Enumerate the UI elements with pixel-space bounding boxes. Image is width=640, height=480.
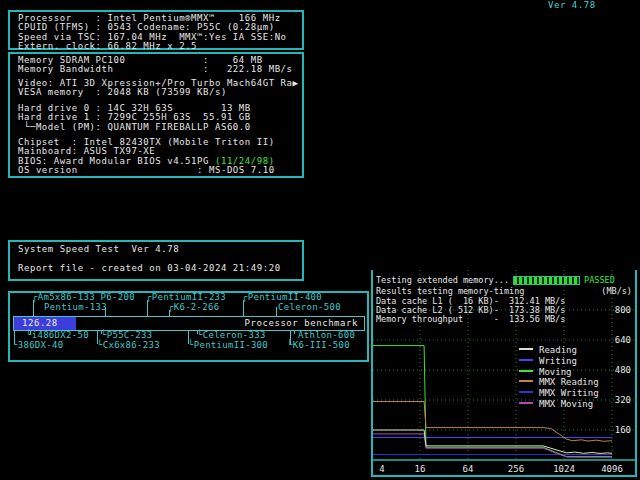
chart-y-tick-label: 800: [615, 305, 631, 315]
status-passed: PASSED: [584, 276, 615, 285]
benchmark-tick: [276, 307, 277, 316]
benchmark-ref-label: ┌K6-2-266: [168, 303, 219, 312]
cpu-info-lines: Processor : Intel Pentium®MMX™ 166 MHzCP…: [18, 14, 287, 52]
cpu-info-line: Extern. clock: 66.82 MHz x 2.5: [18, 42, 287, 51]
memory-chart-box: 1603204806408004166425610244096ReadingWr…: [371, 270, 637, 477]
chart-x-tick-label: 64: [463, 464, 474, 474]
report-subtitle: Report file - created on 03-04-2024 21:4…: [18, 264, 281, 273]
chart-x-tick-label: 4096: [601, 464, 623, 474]
benchmark-caption: Processor benchmark: [245, 319, 358, 328]
info-group: Hard drive 0 : 14C 32H 63S 13 MBHard dri…: [18, 104, 251, 132]
benchmark-tick: [97, 331, 98, 344]
benchmark-ref-label: └K6-III-500: [287, 341, 350, 350]
legend-label-writing: Writing: [539, 356, 577, 366]
info-group: Memory SDRAM PC100 : 64 MBMemory Bandwid…: [18, 56, 293, 75]
chart-x-tick-label: 4: [379, 464, 384, 474]
benchmark-ref-label: ┌PentiumII-233: [146, 293, 226, 302]
units-label: (MB/s): [601, 287, 632, 296]
benchmark-ref-label: └386DX-40: [12, 341, 63, 350]
chart-y-tick-label: 640: [615, 335, 631, 345]
benchmark-tick: [33, 300, 34, 316]
benchmark-ref-label: Celeron-500: [278, 303, 341, 312]
benchmark-tick: [105, 307, 106, 316]
benchmark-ref-label: ┌Am5x86-133 P6-200: [32, 293, 135, 302]
info-group: Chipset : Intel 82430TX (Mobile Triton I…: [18, 138, 275, 176]
benchmark-ref-label: └P55C-233: [101, 331, 152, 340]
memory-test-status: Testing extended memory...: [376, 276, 509, 285]
benchmark-tick: [294, 331, 295, 334]
benchmark-tick: [30, 331, 31, 334]
system-info-box: Memory SDRAM PC100 : 64 MBMemory Bandwid…: [8, 52, 304, 178]
chart-y-tick-label: 320: [615, 395, 631, 405]
benchmark-tick: [169, 310, 170, 316]
report-title: System Speed Test Ver 4.78: [18, 245, 179, 254]
benchmark-ref-label: ┌PentiumII-400: [242, 293, 322, 302]
benchmark-ref-label: Pentium-133: [44, 303, 107, 312]
legend-label-reading: Reading: [539, 345, 577, 355]
chart-x-tick-label: 1024: [553, 464, 575, 474]
benchmark-bar: 126.28 Processor benchmark: [13, 316, 365, 331]
version-label: Ver 4.78: [548, 1, 596, 10]
benchmark-tick: [188, 331, 189, 344]
legend-label-mmx-writing: MMX Writing: [539, 388, 599, 398]
report-box: System Speed Test Ver 4.78 Report file -…: [8, 240, 304, 281]
benchmark-tick: [147, 300, 148, 316]
benchmark-ref-label: └Cx6x86-233: [97, 341, 160, 350]
cpu-info-box: Processor : Intel Pentium®MMX™ 166 MHzCP…: [8, 10, 304, 50]
benchmark-tick: [14, 331, 15, 344]
info-line: Memory Bandwidth : 222.18 MB/s: [18, 65, 293, 74]
chart-x-tick-label: 16: [415, 464, 426, 474]
results-heading: Results testing memory-timing: [376, 287, 524, 296]
benchmark-ref-label: └Celeron-333: [197, 331, 266, 340]
benchmark-ref-label: Athlon-600: [298, 331, 355, 340]
throughput-result: Memory throughput - 133.56 MB/s: [376, 315, 565, 324]
info-line: OS version : MS-DOS 7.10: [18, 166, 275, 175]
chart-x-tick-label: 256: [508, 464, 524, 474]
legend-label-moving: Moving: [539, 367, 572, 377]
legend-label-mmx-moving: MMX Moving: [539, 399, 593, 409]
memory-test-status-row: Testing extended memory... PASSED: [376, 276, 615, 285]
info-line: └─Model (PM): QUANTUM FIREBALLP AS60.0: [18, 123, 251, 132]
benchmark-score: 126.28: [22, 319, 58, 328]
legend-label-mmx-reading: MMX Reading: [539, 377, 599, 387]
benchmark-ref-label: └i486DX2-50: [26, 331, 89, 340]
benchmark-tick: [243, 300, 244, 316]
chart-y-tick-label: 480: [615, 365, 631, 375]
info-group: Video: ATI 3D Xpression+/Pro Turbo Mach6…: [18, 79, 299, 98]
chart-y-tick-label: 160: [615, 425, 631, 435]
benchmark-tick: [101, 331, 102, 334]
info-line: VESA memory : 2048 KB (73599 KB/s): [18, 88, 299, 97]
benchmark-ref-label: └PentiumII-300: [188, 341, 268, 350]
progress-bar: [513, 276, 580, 285]
benchmark-tick: [290, 331, 291, 344]
benchmark-tick: [197, 331, 198, 334]
speedsys-screen: Ver 4.78 Processor : Intel Pentium®MMX™ …: [0, 0, 640, 480]
